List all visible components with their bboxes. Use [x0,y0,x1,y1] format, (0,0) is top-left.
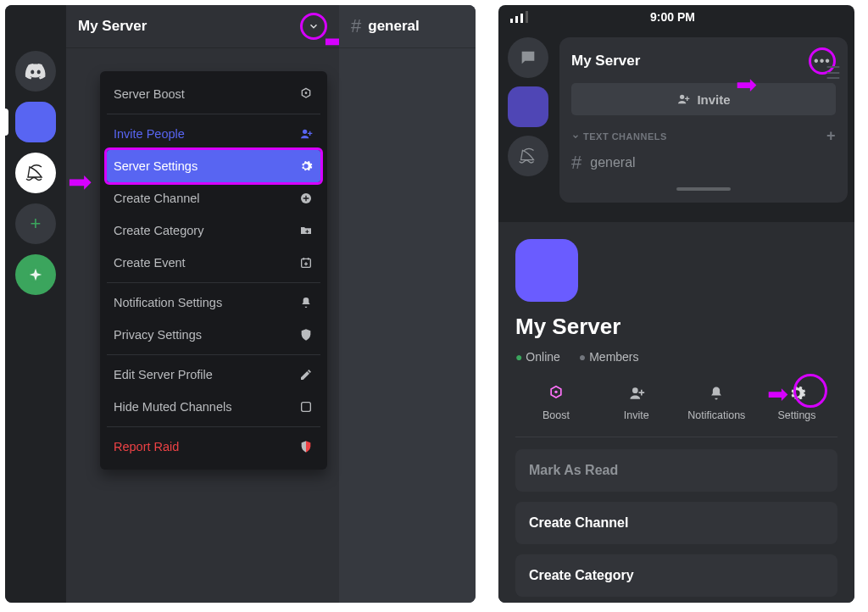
menu-separator [107,114,320,114]
label: Create Channel [529,515,628,530]
channel-name: general [590,155,635,170]
server-stats: ● Online ● Members [515,350,837,364]
mobile-window: 9:00 PM My Server ••• Invite [498,5,854,603]
hash-icon: # [351,15,361,37]
sheet-boost[interactable]: Boost [522,382,590,421]
menu-server-settings[interactable]: Server Settings [107,150,320,182]
menu-label: Edit Server Profile [114,368,213,381]
sheet-handle[interactable] [676,187,731,191]
mobile-guild-sidebar [498,29,558,222]
menu-separator [107,426,320,427]
add-person-icon [628,382,645,404]
menu-privacy-settings[interactable]: Privacy Settings [107,319,320,351]
calendar-plus-icon [298,255,314,270]
add-person-icon [676,92,690,106]
label: Create Category [529,568,634,582]
server-avatar [515,239,578,302]
menu-report-raid[interactable]: Report Raid [107,431,320,463]
chevron-down-icon [308,20,320,32]
invite-button[interactable]: Invite [571,83,836,115]
shield-icon [298,327,314,342]
status-bar: 9:00 PM [498,5,854,29]
menu-label: Create Event [114,256,186,270]
status-time: 9:00 PM [650,10,695,24]
sheet-server-name: My Server [515,314,837,340]
svg-point-5 [554,391,557,393]
server-name-label: My Server [571,53,640,70]
boost-icon [548,382,565,404]
gear-icon [298,159,314,174]
sheet-invite[interactable]: Invite [603,382,670,421]
server-action-sheet: My Server ● Online ● Members Boost Invit… [498,222,854,603]
desktop-window: + My Server ➡ # general Server Boost [5,5,476,603]
menu-label: Invite People [114,127,185,141]
label: Notifications [687,409,745,421]
svg-point-1 [305,92,308,94]
menu-label: Hide Muted Channels [114,400,231,414]
server-icon-boat[interactable] [508,136,548,176]
svg-rect-4 [302,403,311,412]
channel-name: general [368,18,419,35]
annotation-circle [793,374,827,408]
folder-plus-icon [298,223,314,238]
menu-label: Privacy Settings [114,328,202,342]
menu-create-category[interactable]: Create Category [107,214,320,247]
add-person-icon [298,126,314,142]
add-channel-icon[interactable]: + [826,127,836,145]
server-icon-selected[interactable] [15,102,56,142]
menu-separator [107,282,320,283]
add-server-button[interactable]: + [15,203,56,244]
channel-general[interactable]: # general [559,145,848,174]
home-button[interactable] [15,51,56,92]
messages-button[interactable] [508,37,548,78]
menu-server-boost[interactable]: Server Boost [107,78,320,110]
annotation-arrow-icon: ➡ [736,70,757,99]
menu-separator [107,354,320,355]
menu-label: Report Raid [114,440,179,453]
menu-notification-settings[interactable]: Notification Settings [107,287,320,319]
invite-label: Invite [697,92,730,107]
menu-create-event[interactable]: Create Event [107,247,320,279]
online-stat: ● Online [515,350,560,364]
chevron-down-icon [571,132,580,141]
sheet-quick-actions: Boost Invite Notifications Settings ➡ [515,382,837,437]
menu-edit-server-profile[interactable]: Edit Server Profile [107,359,320,391]
shield-alert-icon [298,439,314,454]
member-list-icon[interactable]: ☰ [826,63,849,83]
text-channels-section[interactable]: TEXT CHANNELS + [559,115,848,145]
menu-hide-muted[interactable]: Hide Muted Channels [107,391,320,423]
checkbox-icon [298,399,314,414]
menu-label: Create Category [114,224,203,237]
server-dropdown-menu: Server Boost Invite People Server Settin… [100,71,327,470]
members-stat: ● Members [579,350,639,364]
server-icon-boat[interactable] [15,153,56,193]
chat-area: # general [339,5,476,603]
label: Mark As Read [529,463,618,477]
menu-create-channel[interactable]: Create Channel [107,182,320,214]
label: Invite [624,409,649,421]
menu-label: Server Boost [114,87,185,101]
boost-icon [298,86,314,102]
annotation-arrow-icon: ➡ [68,164,92,198]
server-header[interactable]: My Server [66,5,339,47]
guild-sidebar: + [5,39,66,603]
row-create-channel[interactable]: Create Channel [515,502,837,544]
explore-servers-button[interactable] [15,254,56,295]
signal-icon [510,11,528,23]
server-icon-selected[interactable] [508,86,548,127]
mobile-channel-panel: My Server ••• Invite TEXT CHANNELS + # g… [559,37,848,203]
menu-label: Create Channel [114,192,200,205]
channel-header: # general [339,5,476,47]
mobile-top-region: My Server ••• Invite TEXT CHANNELS + # g… [498,29,854,222]
plus-circle-icon [298,191,314,206]
mobile-server-header[interactable]: My Server ••• [559,37,848,83]
pencil-icon [298,367,314,382]
menu-invite-people[interactable]: Invite People [107,118,320,150]
bell-icon [708,382,725,404]
label: Settings [777,409,815,421]
annotation-arrow-icon: ➡ [767,379,788,409]
section-label: TEXT CHANNELS [583,131,667,142]
sheet-notifications[interactable]: Notifications [682,382,750,421]
row-mark-as-read[interactable]: Mark As Read [515,449,837,492]
row-create-category[interactable]: Create Category [515,554,837,597]
